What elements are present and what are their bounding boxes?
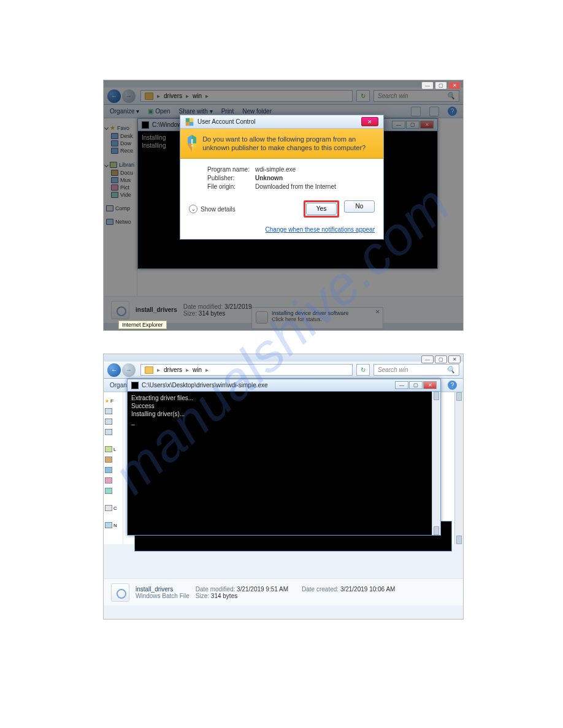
sidebar-item-documents[interactable]: Docu	[120, 170, 133, 176]
close-icon[interactable]: ✕	[448, 82, 461, 89]
organize-menu[interactable]: Organize ▾	[110, 108, 139, 115]
yes-highlight-box: Yes	[304, 200, 339, 218]
sidebar-item-network[interactable]: N	[113, 523, 117, 528]
address-bar: ← → ▸ drivers ▸ win ▸ ↻ Search win 🔍	[104, 88, 463, 105]
address-bar: ← → ▸ drivers ▸ win ▸ ↻ Search win 🔍	[104, 362, 463, 379]
cmd-title: C:\Users\x\Desktop\drivers\win\wdi-simpl…	[142, 382, 268, 389]
print-button[interactable]: Print	[221, 108, 234, 115]
minimize-icon[interactable]: —	[421, 355, 434, 363]
minimize-icon[interactable]: —	[421, 82, 434, 89]
folder-icon	[145, 93, 153, 100]
selected-file-name: install_drivers	[136, 306, 177, 313]
cmd-minimize-icon[interactable]: —	[392, 121, 405, 129]
window-controls: — ▢ ✕	[421, 355, 461, 363]
refresh-button[interactable]: ↻	[356, 364, 370, 376]
navigation-pane: ★Favo Desk Dow Rece Librari Docu Mus Pic…	[104, 118, 137, 296]
crumb-win[interactable]: win	[193, 93, 202, 99]
date-modified: 3/21/2019	[224, 303, 252, 310]
uac-dialog: User Account Control ✕ Do you want to al…	[180, 115, 384, 240]
sidebar-libraries[interactable]: Librari	[119, 162, 134, 168]
maximize-icon[interactable]: ▢	[435, 82, 447, 89]
organize-menu[interactable]: Organ	[110, 382, 127, 389]
selected-file-name: install_drivers	[136, 586, 173, 593]
crumb-win[interactable]: win	[193, 366, 202, 373]
sidebar-item-desktop[interactable]: Desk	[120, 133, 133, 139]
folder-icon	[145, 366, 153, 374]
uac-publisher: Unknown	[255, 175, 283, 181]
scrollbar[interactable]	[432, 392, 440, 535]
sidebar-favorites[interactable]: F	[110, 398, 113, 404]
uac-message: Do you want to allow the following progr…	[202, 135, 376, 152]
breadcrumb[interactable]: ▸ drivers ▸ win ▸	[140, 90, 353, 102]
uac-close-icon[interactable]: ✕	[361, 117, 378, 126]
cmd-icon	[142, 121, 149, 129]
cmd-maximize-icon[interactable]: ▢	[409, 381, 423, 389]
search-input[interactable]: Search win 🔍	[373, 364, 459, 376]
new-folder-button[interactable]: New folder	[242, 108, 272, 115]
close-icon[interactable]: ✕	[448, 355, 461, 363]
selected-file-type: Windows Batch File	[136, 593, 190, 599]
notification-close-icon[interactable]: ✕	[375, 309, 380, 315]
sidebar-item-computer[interactable]: Comp	[115, 205, 130, 211]
command-prompt-window: C:\Users\x\Desktop\drivers\win\wdi-simpl…	[127, 379, 441, 536]
uac-warning-shield-icon	[188, 135, 196, 152]
cmd-close-icon[interactable]: ✕	[420, 121, 434, 129]
forward-button[interactable]: →	[122, 363, 136, 377]
cmd-close-icon[interactable]: ✕	[423, 381, 437, 389]
sidebar-libraries[interactable]: L	[113, 447, 116, 452]
crumb-drivers[interactable]: drivers	[164, 366, 182, 373]
show-details-toggle[interactable]: ⌄ Show details	[189, 205, 236, 213]
cmd-cursor: _	[131, 418, 437, 426]
open-button[interactable]: ▣ Open	[148, 108, 170, 115]
sidebar-item-downloads[interactable]: Dow	[120, 140, 131, 146]
cmd-maximize-icon[interactable]: ▢	[406, 121, 419, 129]
date-modified: 3/21/2019 9:51 AM	[237, 586, 288, 593]
help-icon[interactable]: ?	[448, 107, 457, 116]
uac-program-name: wdi-simple.exe	[255, 166, 296, 173]
sidebar-favorites[interactable]: Favo	[117, 125, 129, 131]
notification-icon	[256, 311, 268, 324]
yes-button[interactable]: Yes	[306, 203, 337, 215]
breadcrumb[interactable]: ▸ drivers ▸ win ▸	[140, 364, 353, 376]
sidebar-item-videos[interactable]: Vide	[120, 192, 131, 198]
chevron-down-icon: ⌄	[189, 205, 197, 213]
ie-tooltip: Internet Explorer	[118, 320, 167, 329]
sidebar-item-music[interactable]: Mus	[120, 177, 131, 183]
screenshot-1: — ▢ ✕ ← → ▸ drivers ▸ win ▸ ↻ Search win…	[103, 80, 464, 331]
change-notifications-link[interactable]: Change when these notifications appear	[180, 226, 383, 239]
file-size: 314 bytes	[211, 593, 237, 599]
screenshot-2: — ▢ ✕ ← → ▸ drivers ▸ win ▸ ↻ Search win…	[103, 354, 464, 620]
sidebar-item-pictures[interactable]: Pict	[120, 184, 129, 191]
file-type-icon	[111, 583, 129, 602]
forward-button[interactable]: →	[122, 89, 136, 103]
share-menu[interactable]: Share with ▾	[179, 108, 213, 115]
help-icon[interactable]: ?	[448, 381, 457, 390]
crumb-drivers[interactable]: drivers	[164, 93, 182, 99]
uac-shield-icon	[186, 118, 194, 126]
cmd-icon	[131, 382, 139, 389]
date-created: 3/21/2019 10:06 AM	[340, 586, 396, 593]
back-button[interactable]: ←	[107, 363, 121, 377]
refresh-button[interactable]: ↻	[356, 90, 370, 102]
driver-install-notification[interactable]: Installing device driver software Click …	[251, 307, 383, 329]
uac-file-origin: Downloaded from the Internet	[255, 183, 336, 190]
search-input[interactable]: Search win 🔍	[373, 90, 459, 102]
cmd-line: Extracting driver files...	[131, 394, 437, 402]
uac-program-info: Program name:wdi-simple.exe Publisher:Un…	[180, 159, 383, 197]
sidebar-item-recent[interactable]: Rece	[120, 148, 133, 154]
window-controls: — ▢ ✕	[421, 82, 461, 89]
maximize-icon[interactable]: ▢	[435, 355, 447, 363]
cmd-minimize-icon[interactable]: —	[395, 381, 408, 389]
back-button[interactable]: ←	[107, 89, 121, 103]
scrollbar[interactable]	[454, 392, 463, 544]
view-icon[interactable]	[411, 107, 421, 116]
file-size: 314 bytes	[199, 310, 225, 317]
navigation-pane: ★F L C N	[104, 392, 123, 544]
search-icon: 🔍	[446, 366, 455, 374]
preview-icon[interactable]	[429, 107, 439, 116]
sidebar-item-network[interactable]: Netwo	[115, 219, 131, 225]
sidebar-item-computer[interactable]: C	[113, 506, 117, 511]
cmd-line: Installing driver(s)...	[131, 410, 437, 418]
no-button[interactable]: No	[344, 200, 375, 213]
details-pane: install_drivers Windows Batch File Date …	[104, 578, 463, 605]
